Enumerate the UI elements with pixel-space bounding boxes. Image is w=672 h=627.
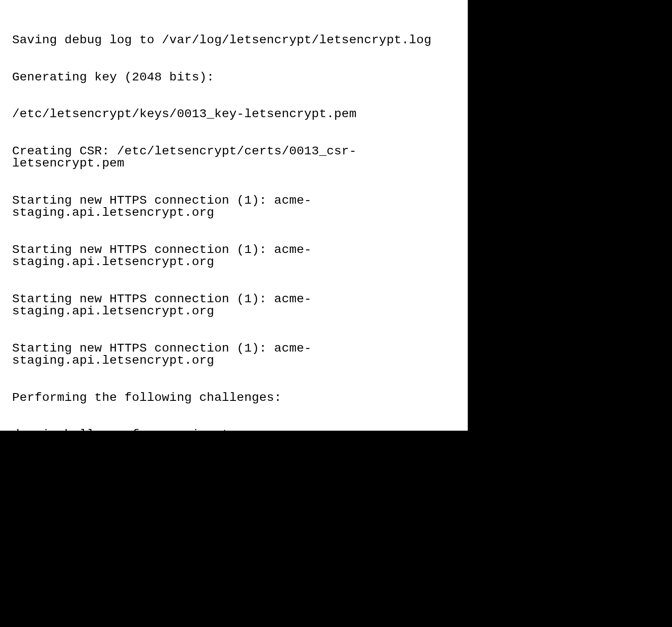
log-line: Saving debug log to /var/log/letsencrypt…: [12, 34, 459, 47]
log-line: Creating CSR: /etc/letsencrypt/certs/001…: [12, 145, 459, 170]
terminal-output: Saving debug log to /var/log/letsencrypt…: [12, 10, 459, 432]
log-line: Starting new HTTPS connection (1): acme-…: [12, 244, 459, 269]
log-line: /etc/letsencrypt/keys/0013_key-letsencry…: [12, 108, 459, 121]
log-line: Starting new HTTPS connection (1): acme-…: [12, 293, 459, 318]
log-line: Starting new HTTPS connection (1): acme-…: [12, 195, 459, 219]
log-line: Generating key (2048 bits):: [12, 71, 459, 84]
log-line: dvsni challenge for www.isnot.org: [12, 429, 459, 432]
log-line: Performing the following challenges:: [12, 392, 459, 404]
terminal-window: Saving debug log to /var/log/letsencrypt…: [0, 0, 469, 432]
log-line: Starting new HTTPS connection (1): acme-…: [12, 342, 459, 367]
